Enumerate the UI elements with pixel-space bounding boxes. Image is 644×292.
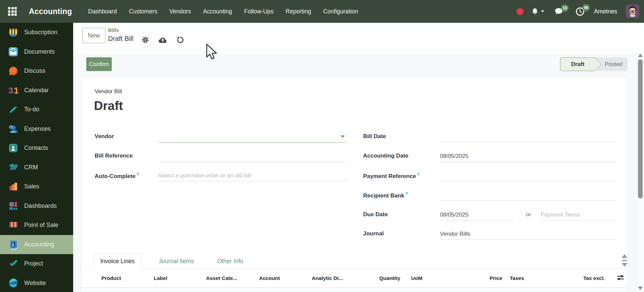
scroll-down-icon[interactable]	[622, 263, 628, 267]
empty-line-row[interactable]	[81, 288, 628, 292]
crm-icon	[8, 162, 18, 173]
sidebar-item-expenses[interactable]: $ Expenses	[0, 119, 73, 139]
breadcrumb-current: Draft Bill	[108, 35, 134, 43]
sidebar-item-contacts[interactable]: Contacts	[0, 138, 73, 158]
state-selector: Draft Posted	[560, 57, 628, 71]
avatar[interactable]	[626, 5, 639, 18]
sidebar-item-crm[interactable]: CRM	[0, 158, 73, 177]
sidebar-item-todo[interactable]: To-do	[0, 100, 73, 119]
apps-grid-icon[interactable]	[8, 7, 17, 16]
discard-rotate-icon[interactable]	[177, 36, 184, 44]
sidebar-item-calendar[interactable]: 3 1 Calendar	[0, 81, 73, 100]
sidebar-item-label: To-do	[24, 106, 39, 113]
expenses-icon: $	[8, 124, 18, 134]
sidebar-item-label: Sales	[24, 183, 39, 190]
col-quantity[interactable]: Quantity	[379, 275, 400, 281]
menu-dashboard[interactable]: Dashboard	[84, 5, 122, 18]
scroll-up-icon[interactable]	[622, 254, 628, 258]
optional-columns-icon[interactable]	[616, 274, 625, 283]
sidebar-item-label: CRM	[24, 164, 38, 171]
scrollbar-down-arrow[interactable]	[638, 287, 643, 290]
bill-reference-input[interactable]	[158, 151, 347, 162]
vertical-scrollbar[interactable]	[636, 52, 644, 292]
sidebar-item-label: Contacts	[24, 144, 48, 152]
col-price[interactable]: Price	[490, 275, 502, 281]
col-label[interactable]: Label	[154, 275, 167, 281]
recipient-bank-label: Recipient Bank?	[363, 191, 408, 199]
tab-other-info[interactable]: Other Info	[211, 253, 249, 269]
subscription-icon	[8, 27, 18, 38]
sidebar-item-point-of-sale[interactable]: Point of Sale	[0, 216, 73, 235]
sidebar-item-website[interactable]: Website	[0, 274, 73, 292]
messages-button[interactable]: 10	[554, 7, 563, 16]
sidebar-item-subscription[interactable]: Subscription	[0, 23, 73, 42]
recipient-bank-input[interactable]	[440, 190, 616, 201]
svg-text:3: 3	[8, 85, 13, 96]
top-menu: Dashboard Customers Vendors Accounting F…	[84, 5, 363, 18]
payment-reference-input[interactable]	[440, 170, 616, 181]
tab-invoice-lines[interactable]: Invoice Lines	[94, 253, 141, 270]
notebook-scroller[interactable]	[620, 254, 629, 267]
col-account[interactable]: Account	[259, 275, 280, 281]
accounting-date-input[interactable]: 08/05/2025	[440, 151, 616, 162]
activities-button[interactable]: 46	[576, 7, 585, 16]
notebook-tabs: Invoice Lines Journal Items Other Info	[81, 253, 628, 269]
scroll-dash	[622, 260, 627, 261]
sidebar-item-accounting[interactable]: $ Accounting	[0, 235, 73, 254]
col-tax-excl[interactable]: Tax excl.	[583, 275, 605, 281]
menu-accounting[interactable]: Accounting	[198, 5, 237, 18]
payment-terms-input[interactable]: Payment Terms	[541, 210, 616, 221]
dashboards-icon	[8, 201, 18, 211]
invoice-lines-header: Product Label Asset Cate... Account Anal…	[81, 269, 628, 288]
due-date-label: Due Date	[363, 211, 388, 218]
sidebar-item-dashboards[interactable]: Dashboards	[0, 196, 73, 216]
contacts-icon	[8, 143, 18, 153]
sidebar-item-project[interactable]: Project	[0, 254, 73, 274]
col-taxes[interactable]: Taxes	[510, 275, 524, 281]
confirm-button[interactable]: Confirm	[86, 57, 112, 71]
due-date-input[interactable]: 08/05/2025	[440, 210, 514, 221]
journal-input[interactable]: Vendor Bills	[440, 229, 616, 240]
sidebar-item-documents[interactable]: Documents	[0, 42, 73, 62]
gear-icon[interactable]	[142, 36, 149, 44]
breadcrumb-bills-link[interactable]: Bills	[108, 27, 119, 33]
calendar-icon: 3 1	[8, 85, 18, 96]
col-analytic-distribution[interactable]: Analytic Di...	[312, 275, 343, 281]
notifications-bell[interactable]	[531, 7, 544, 15]
col-product[interactable]: Product	[101, 275, 121, 281]
sales-icon	[8, 181, 18, 192]
bell-icon	[531, 7, 539, 15]
col-asset-category[interactable]: Asset Cate...	[206, 275, 237, 281]
menu-vendors[interactable]: Vendors	[165, 5, 196, 18]
sidebar-item-label: Project	[24, 260, 43, 267]
state-draft[interactable]: Draft	[560, 57, 595, 71]
scrollbar-thumb[interactable]	[638, 59, 643, 198]
control-panel: New Bills Draft Bill	[73, 23, 644, 55]
app-title[interactable]: Accounting	[29, 7, 72, 16]
menu-configuration[interactable]: Configuration	[318, 5, 363, 18]
vendor-dropdown-caret[interactable]	[341, 135, 345, 138]
cloud-save-icon[interactable]	[158, 37, 167, 43]
activities-count-badge: 46	[582, 4, 590, 11]
bill-date-input[interactable]	[440, 131, 616, 142]
sidebar-item-sales[interactable]: Sales	[0, 177, 73, 196]
tab-journal-items[interactable]: Journal Items	[153, 253, 200, 269]
col-uom[interactable]: UoM	[411, 275, 423, 281]
new-button[interactable]: New	[82, 28, 105, 43]
sidebar-item-label: Expenses	[24, 125, 51, 132]
website-icon	[8, 278, 18, 288]
help-marker-icon[interactable]: ?	[137, 172, 139, 177]
auto-complete-input[interactable]: Select a purchase order or an old bill	[158, 170, 347, 181]
menu-reporting[interactable]: Reporting	[281, 5, 316, 18]
menu-follow-ups[interactable]: Follow-Ups	[240, 5, 279, 18]
bill-date-label: Bill Date	[363, 133, 386, 140]
help-marker-icon[interactable]: ?	[417, 172, 419, 177]
sidebar-item-discuss[interactable]: Discuss	[0, 61, 73, 81]
svg-text:$: $	[12, 242, 14, 246]
scrollbar-up-arrow[interactable]	[638, 54, 643, 57]
help-marker-icon[interactable]: ?	[405, 191, 408, 196]
user-name[interactable]: Ametnes	[594, 8, 617, 15]
menu-customers[interactable]: Customers	[124, 5, 162, 18]
vendor-input[interactable]	[158, 131, 347, 142]
journal-label: Journal	[363, 230, 384, 237]
